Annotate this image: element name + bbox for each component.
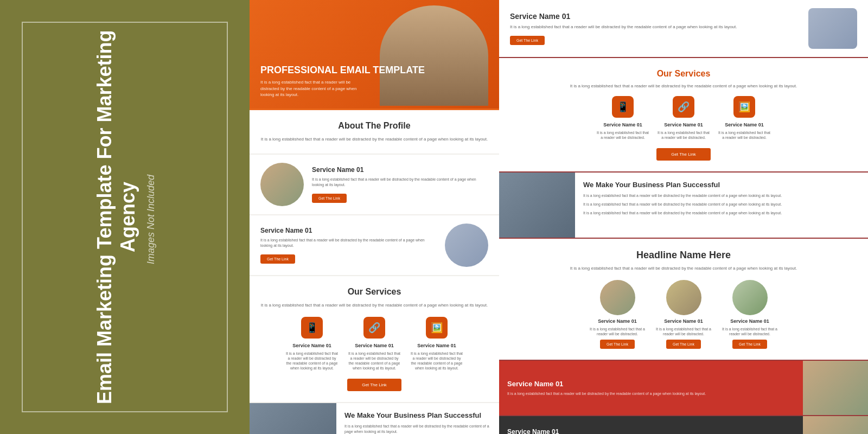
right-bp-body-3: It is a long established fact that a rea… (583, 210, 782, 216)
service-icon-2-body: It is a long established fact that a rea… (347, 351, 401, 371)
headline-person-1-btn[interactable]: Get The Link (600, 340, 635, 349)
right-bp-body-1: It is a long established fact that a rea… (583, 193, 782, 199)
left-subtitle: Images Not Included (145, 175, 157, 264)
services-icon-grid: 📱 Service Name 01 It is a long establish… (260, 317, 488, 371)
service-1-body: It is a long established fact that a rea… (312, 177, 488, 188)
right-business-plan: We Make Your Business Plan Successful It… (499, 173, 868, 238)
right-bp-body-2: It is a long established fact that a rea… (583, 202, 782, 207)
right-our-services-title: Our Services (510, 69, 857, 79)
service-2-title: Service Name 01 (260, 227, 437, 234)
service-icon-card-2: 🔗 Service Name 01 It is a long establish… (347, 317, 401, 371)
right-bp-title: We Make Your Business Plan Successful (583, 181, 782, 189)
service-2-image (445, 224, 488, 267)
service-1-image (260, 163, 304, 206)
left-border-frame: Email Marketing Template For Marketing A… (22, 22, 228, 412)
service-1-content: Service Name 01 It is a long established… (312, 166, 488, 203)
our-services-btn[interactable]: Get The Link (347, 379, 401, 391)
right-service-card-red-body: It is a long established fact that a rea… (507, 391, 795, 397)
right-service-card-red-image (803, 361, 868, 415)
right-service-card-2: 🔗 Service Name 01 It is a long establish… (656, 96, 711, 140)
service-icon-3-title: Service Name 01 (410, 343, 464, 348)
right-share-icon: 🔗 (678, 101, 690, 113)
headline-person-1-img (600, 280, 635, 315)
right-service-icon-2-body: It is a long established fact that a rea… (656, 130, 711, 140)
service-row-1: Service Name 01 It is a long established… (250, 155, 499, 214)
about-section: About The Profile It is a long establish… (250, 110, 499, 154)
phone-icon: 📱 (306, 322, 318, 334)
about-body: It is a long established fact that a rea… (260, 136, 488, 143)
right-footer-content: Service Name 01 It is a long established… (499, 420, 803, 434)
left-text-group: Email Marketing Template For Marketing A… (93, 0, 156, 434)
our-services-section: Our Services It is a long established fa… (250, 276, 499, 402)
headline-person-1-title: Service Name 01 (588, 318, 647, 324)
right-service-top-btn[interactable]: Get The Link (510, 36, 545, 45)
right-service-card-red-title: Service Name 01 (507, 380, 795, 388)
right-panel: Service Name 01 It is a long established… (499, 0, 868, 434)
hero-title: PROFESSIONAL EMAIL TEMPLATE (260, 65, 425, 76)
headline-person-2-body: It is a long established fact that a rea… (654, 327, 713, 336)
hero-section: PROFESSIONAL EMAIL TEMPLATE It is a long… (250, 0, 499, 108)
right-service-card-3: 🖼️ Service Name 01 It is a long establis… (717, 96, 771, 140)
business-plan-title: We Make Your Business Plan Successful (344, 411, 491, 419)
right-footer-title: Service Name 01 (507, 428, 795, 434)
left-main-title: Email Marketing Template For Marketing A… (93, 0, 139, 434)
service-1-title: Service Name 01 (312, 166, 488, 174)
image-icon: 🖼️ (431, 322, 443, 334)
right-service-top: Service Name 01 It is a long established… (499, 0, 868, 57)
right-service-icon-1: 📱 (612, 96, 634, 118)
service-icon-card-1: 📱 Service Name 01 It is a long establish… (285, 317, 339, 371)
headline-person-2: Service Name 01 It is a long established… (654, 280, 713, 349)
headline-person-3-title: Service Name 01 (720, 318, 780, 324)
service-1-btn[interactable]: Get The Link (312, 194, 347, 203)
right-service-card-1: 📱 Service Name 01 It is a long establish… (596, 96, 650, 140)
right-phone-icon: 📱 (617, 101, 629, 113)
headline-body: It is a long established fact that a rea… (510, 265, 857, 272)
business-plan-content: We Make Your Business Plan Successful It… (336, 403, 499, 434)
headline-person-2-title: Service Name 01 (654, 318, 713, 324)
headline-person-3: Service Name 01 It is a long established… (720, 280, 780, 349)
service-2-btn[interactable]: Get The Link (260, 254, 295, 264)
service-icon-1-title: Service Name 01 (285, 343, 339, 348)
right-image-icon: 🖼️ (738, 101, 750, 113)
right-bp-content: We Make Your Business Plan Successful It… (575, 173, 790, 238)
service-icon-1: 📱 (301, 317, 323, 339)
our-services-title: Our Services (260, 287, 488, 297)
right-service-top-content: Service Name 01 It is a long established… (510, 12, 800, 45)
right-service-card-red: Service Name 01 It is a long established… (499, 361, 868, 415)
share-icon: 🔗 (368, 322, 380, 334)
headline-person-3-body: It is a long established fact that a rea… (720, 327, 780, 336)
email-template-preview: PROFESSIONAL EMAIL TEMPLATE It is a long… (250, 0, 499, 434)
service-icon-2: 🔗 (363, 317, 385, 339)
right-service-top-title: Service Name 01 (510, 12, 800, 21)
headline-persons-grid: Service Name 01 It is a long established… (510, 280, 857, 349)
service-icon-1-body: It is a long established fact that a rea… (285, 351, 339, 371)
headline-person-3-btn[interactable]: Get The Link (732, 340, 767, 349)
right-service-icon-1-title: Service Name 01 (596, 122, 650, 127)
headline-person-1-body: It is a long established fact that a rea… (588, 327, 647, 336)
service-icon-3: 🖼️ (426, 317, 448, 339)
right-bp-image (499, 173, 575, 238)
business-plan-section: We Make Your Business Plan Successful It… (250, 403, 499, 434)
hero-body: It is a long established fact that a rea… (260, 79, 358, 98)
business-plan-body-1: It is a long established fact that a rea… (344, 424, 491, 434)
our-services-body: It is a long established fact that a rea… (260, 302, 488, 309)
right-our-services: Our Services It is a long established fa… (499, 58, 868, 171)
right-service-icon-1-body: It is a long established fact that a rea… (596, 130, 650, 140)
right-services-grid: 📱 Service Name 01 It is a long establish… (510, 96, 857, 140)
right-service-top-image (808, 8, 857, 49)
headline-person-2-img (666, 280, 701, 315)
right-footer: Service Name 01 It is a long established… (499, 416, 868, 434)
service-icon-3-body: It is a long established fact that a rea… (410, 351, 464, 371)
right-our-services-btn[interactable]: Get The Link (656, 148, 711, 161)
right-service-icon-3: 🖼️ (733, 96, 755, 118)
hero-text-block: PROFESSIONAL EMAIL TEMPLATE It is a long… (260, 65, 425, 98)
headline-person-2-btn[interactable]: Get The Link (666, 340, 701, 349)
service-2-content: Service Name 01 It is a long established… (260, 227, 437, 264)
headline-person-1: Service Name 01 It is a long established… (588, 280, 647, 349)
right-service-top-body: It is a long established fact that a rea… (510, 24, 800, 30)
right-our-services-body: It is a long established fact that a rea… (510, 83, 857, 90)
service-2-body: It is a long established fact that a rea… (260, 238, 437, 248)
right-service-icon-3-body: It is a long established fact that a rea… (717, 130, 771, 140)
about-title: About The Profile (260, 121, 488, 131)
right-service-icon-2-title: Service Name 01 (656, 122, 711, 127)
